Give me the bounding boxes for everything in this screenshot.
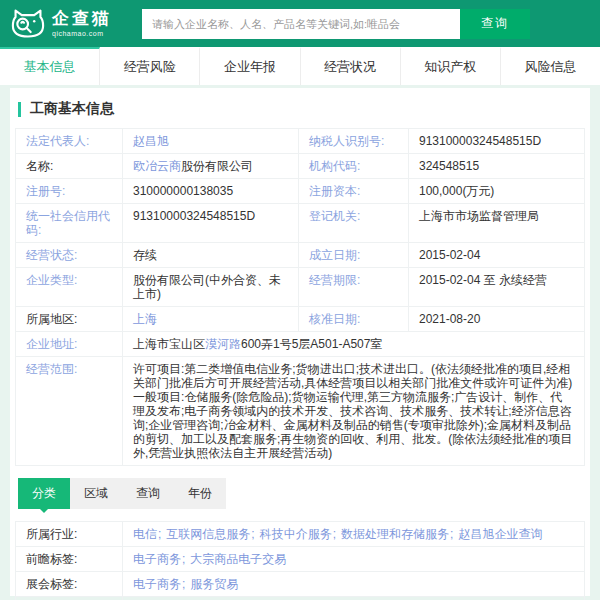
address-pre: 上海市宝山区 [133,337,205,351]
subtab-query[interactable]: 查询 [122,478,174,509]
nav-tabs: 基本信息 经营风险 企业年报 经营状况 知识产权 风险信息 [0,47,600,85]
tag-link[interactable]: 电信 [133,527,157,541]
tab-operating-status[interactable]: 经营状况 [301,47,401,85]
value-reg-no: 310000000138035 [123,179,299,204]
tag-link[interactable]: 互联网信息服务 [166,527,250,541]
link-address-highlight[interactable]: 漠河路 [205,337,241,351]
label-reg-capital: 注册资本: [299,179,409,204]
tab-intellectual-property[interactable]: 知识产权 [401,47,501,85]
logo-subtitle: qichamao.com [52,30,112,37]
label-business-tags: 业务标签: [16,597,123,600]
table-row: 企业类型: 股份有限公司(中外合资、未上市) 经营期限: 2015-02-04 … [16,268,585,307]
value-industry: 电信;互联网信息服务;科技中介服务;数据处理和存储服务;赵昌旭企业查询 [123,522,585,547]
label-expo-tags: 展会标签: [16,572,123,597]
label-reg-no: 注册号: [16,179,123,204]
table-row: 名称: 欧冶云商股份有限公司 机构代码: 324548515 [16,154,585,179]
table-row: 业务标签: 服务;信息;业务;代理 [16,597,585,600]
search-button[interactable]: 查询 [460,9,530,39]
cat-logo-icon [10,8,46,40]
tag-separator: ; [450,527,453,541]
logo[interactable]: 企查猫 qichamao.com [10,8,112,40]
link-legal-rep[interactable]: 赵昌旭 [133,134,169,148]
table-row: 展会标签: 电子商务;服务贸易 [16,572,585,597]
tag-link[interactable]: 数据处理和存储服务 [341,527,449,541]
label-approval-date: 核准日期: [299,307,409,332]
tags-table: 所属行业: 电信;互联网信息服务;科技中介服务;数据处理和存储服务;赵昌旭企业查… [15,521,585,600]
label-term: 经营期限: [299,268,409,307]
value-expo-tags: 电子商务;服务贸易 [123,572,585,597]
link-company-name-highlight[interactable]: 欧冶云商 [133,159,181,173]
tag-separator: ; [182,577,185,591]
info-table: 法定代表人: 赵昌旭 纳税人识别号: 91310000324548515D 名称… [15,128,585,466]
table-row: 所属行业: 电信;互联网信息服务;科技中介服务;数据处理和存储服务;赵昌旭企业查… [16,522,585,547]
tab-risk-info[interactable]: 风险信息 [501,47,600,85]
filter-tabs: 分类 区域 查询 年份 [18,478,226,509]
value-reg-authority: 上海市市场监督管理局 [409,204,585,243]
tag-separator: ; [182,552,185,566]
value-term: 2015-02-04 至 永续经营 [409,268,585,307]
table-row: 经营状态: 存续 成立日期: 2015-02-04 [16,243,585,268]
value-taxpayer-id: 91310000324548515D [409,129,585,154]
search-bar: 查询 [142,9,530,39]
label-region: 所属地区: [16,307,123,332]
label-qianzhan-tags: 前瞻标签: [16,547,123,572]
value-company-name: 欧冶云商股份有限公司 [123,154,299,179]
table-row: 前瞻标签: 电子商务;大宗商品电子交易 [16,547,585,572]
tag-separator: ; [158,527,161,541]
value-credit-code: 91310000324548515D [123,204,299,243]
tab-operating-risk[interactable]: 经营风险 [100,47,200,85]
value-business-tags: 服务;信息;业务;代理 [123,597,585,600]
label-company-name: 名称: [16,154,123,179]
tab-basic-info[interactable]: 基本信息 [0,47,100,85]
tag-link[interactable]: 电子商务 [133,552,181,566]
value-org-code: 324548515 [409,154,585,179]
subtab-category[interactable]: 分类 [18,478,70,509]
value-approval-date: 2021-08-20 [409,307,585,332]
value-company-type: 股份有限公司(中外合资、未上市) [123,268,299,307]
label-credit-code: 统一社会信用代码: [16,204,123,243]
label-est-date: 成立日期: [299,243,409,268]
value-status: 存续 [123,243,299,268]
label-legal-rep: 法定代表人: [16,129,123,154]
table-row: 所属地区: 上海 核准日期: 2021-08-20 [16,307,585,332]
address-post: 600弄1号5层A501-A507室 [241,337,382,351]
table-row: 经营范围: 许可项目:第二类增值电信业务;货物进出口;技术进出口。(依法须经批准… [16,357,585,466]
logo-title: 企查猫 [52,10,112,27]
value-address: 上海市宝山区漠河路600弄1号5层A501-A507室 [123,332,585,357]
value-qianzhan-tags: 电子商务;大宗商品电子交易 [123,547,585,572]
label-status: 经营状态: [16,243,123,268]
company-name-rest: 股份有限公司 [181,159,253,173]
label-taxpayer-id: 纳税人识别号: [299,129,409,154]
section-title-text: 工商基本信息 [30,100,114,118]
section-title: 工商基本信息 [18,100,585,118]
search-input[interactable] [142,9,460,39]
content-panel: 工商基本信息 法定代表人: 赵昌旭 纳税人识别号: 91310000324548… [10,88,590,596]
subtab-region[interactable]: 区域 [70,478,122,509]
label-org-code: 机构代码: [299,154,409,179]
link-region[interactable]: 上海 [133,312,157,326]
label-address: 企业地址: [16,332,123,357]
label-industry: 所属行业: [16,522,123,547]
tag-link[interactable]: 大宗商品电子交易 [190,552,286,566]
title-accent-bar [18,102,21,117]
tag-link[interactable]: 赵昌旭企业查询 [458,527,542,541]
tag-separator: ; [251,527,254,541]
label-business-scope: 经营范围: [16,357,123,466]
subtab-year[interactable]: 年份 [174,478,226,509]
tag-link[interactable]: 电子商务 [133,577,181,591]
tab-annual-report[interactable]: 企业年报 [200,47,300,85]
table-row: 统一社会信用代码: 91310000324548515D 登记机关: 上海市市场… [16,204,585,243]
tag-link[interactable]: 服务贸易 [190,577,238,591]
app-header: 企查猫 qichamao.com 查询 [0,0,600,47]
value-business-scope: 许可项目:第二类增值电信业务;货物进出口;技术进出口。(依法须经批准的项目,经相… [123,357,585,466]
tag-separator: ; [333,527,336,541]
tag-link[interactable]: 科技中介服务 [260,527,332,541]
table-row: 注册号: 310000000138035 注册资本: 100,000(万元) [16,179,585,204]
label-company-type: 企业类型: [16,268,123,307]
table-row: 法定代表人: 赵昌旭 纳税人识别号: 91310000324548515D [16,129,585,154]
value-reg-capital: 100,000(万元) [409,179,585,204]
table-row: 企业地址: 上海市宝山区漠河路600弄1号5层A501-A507室 [16,332,585,357]
label-reg-authority: 登记机关: [299,204,409,243]
value-est-date: 2015-02-04 [409,243,585,268]
logo-text: 企查猫 qichamao.com [52,10,112,37]
